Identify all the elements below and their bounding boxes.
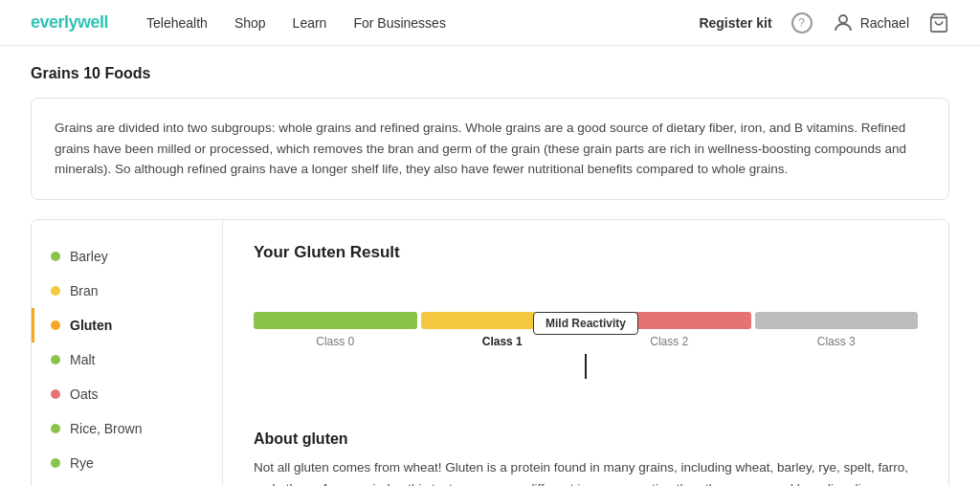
dot-icon	[51, 320, 60, 330]
user-icon	[832, 11, 855, 34]
sidebar-item-wheat[interactable]: Wheat	[32, 480, 222, 486]
dot-icon	[51, 424, 60, 433]
nav-learn[interactable]: Learn	[293, 15, 327, 31]
dot-icon	[51, 389, 60, 399]
reactivity-tooltip: Mild Reactivity	[533, 312, 638, 335]
nav-for-businesses[interactable]: For Businesses	[353, 15, 445, 31]
main-panel: Your Gluten Result Mild Reactivity Class…	[223, 220, 948, 486]
chart-container: Mild Reactivity Class 0 Class 1 Class 2 …	[254, 312, 918, 408]
dot-icon	[51, 355, 60, 364]
logo[interactable]: everlywell	[31, 12, 108, 33]
sidebar-item-malt[interactable]: Malt	[32, 342, 222, 377]
sidebar-item-label: Gluten	[70, 318, 112, 333]
info-box: Grains are divided into two subgroups: w…	[31, 98, 949, 200]
sidebar-item-oats[interactable]: Oats	[32, 377, 222, 411]
dot-icon	[51, 458, 60, 468]
sidebar-item-label: Bran	[70, 283, 99, 298]
navigation: everlywell Telehealth Shop Learn For Bus…	[0, 0, 980, 46]
bar-class0	[254, 312, 417, 329]
help-icon[interactable]: ?	[791, 12, 813, 33]
page-content: Grains 10 Foods Grains are divided into …	[0, 46, 980, 486]
bar-class3	[755, 312, 919, 329]
class-label-1: Class 1	[421, 335, 585, 348]
cart-icon[interactable]	[928, 12, 949, 33]
sidebar-item-gluten[interactable]: Gluten	[32, 308, 222, 342]
marker-line	[585, 354, 587, 379]
nav-right: Register kit ? Rachael	[699, 11, 949, 34]
sidebar-item-label: Rye	[70, 455, 94, 471]
marker	[585, 354, 587, 379]
user-menu[interactable]: Rachael	[832, 11, 909, 34]
about-text: Not all gluten comes from wheat! Gluten …	[254, 457, 918, 486]
nav-shop[interactable]: Shop	[234, 15, 266, 31]
sidebar-item-bran[interactable]: Bran	[32, 274, 222, 308]
result-title: Your Gluten Result	[254, 243, 918, 262]
info-text: Grains are divided into two subgroups: w…	[55, 121, 906, 176]
dot-icon	[51, 286, 60, 296]
class-label-3: Class 3	[755, 335, 919, 348]
content-area: BarleyBranGlutenMaltOatsRice, BrownRyeWh…	[31, 219, 949, 486]
about-title: About gluten	[254, 431, 918, 448]
sidebar-item-label: Malt	[70, 352, 95, 367]
page-title: Grains 10 Foods	[31, 65, 949, 82]
sidebar-item-barley[interactable]: Barley	[32, 239, 222, 274]
sidebar-item-label: Barley	[70, 249, 108, 264]
sidebar-item-rye[interactable]: Rye	[32, 446, 222, 480]
nav-links: Telehealth Shop Learn For Businesses	[146, 15, 446, 31]
sidebar-item-label: Rice, Brown	[70, 421, 142, 436]
class-label-0: Class 0	[254, 335, 417, 348]
user-name: Rachael	[860, 15, 909, 31]
sidebar-item-rice--brown[interactable]: Rice, Brown	[32, 411, 222, 446]
dot-icon	[51, 252, 60, 261]
class-labels: Class 0 Class 1 Class 2 Class 3	[254, 335, 918, 348]
register-kit-link[interactable]: Register kit	[699, 15, 771, 31]
sidebar-item-label: Oats	[70, 387, 99, 402]
class-label-2: Class 2	[588, 335, 751, 348]
sidebar: BarleyBranGlutenMaltOatsRice, BrownRyeWh…	[32, 220, 223, 486]
svg-point-0	[839, 15, 847, 23]
nav-telehealth[interactable]: Telehealth	[146, 15, 208, 31]
